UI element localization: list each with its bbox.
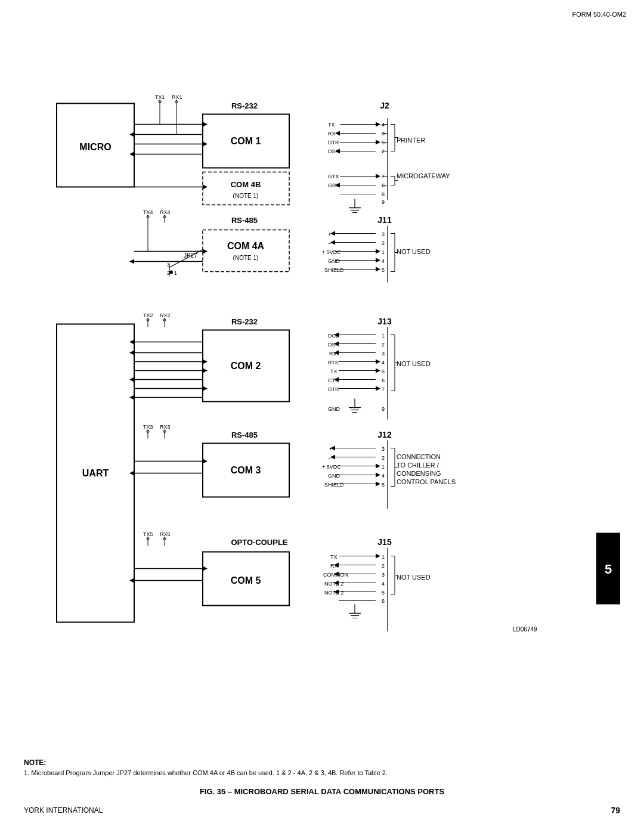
svg-marker-68 [203,185,208,190]
svg-point-118 [169,271,173,274]
svg-text:COM 1: COM 1 [231,136,261,146]
svg-rect-78 [203,230,289,272]
svg-marker-101 [376,267,380,272]
svg-text:RS-485: RS-485 [231,431,258,439]
svg-text:RS-485: RS-485 [231,216,258,225]
svg-text:RTS: RTS [328,360,339,366]
svg-text:CONDENSING: CONDENSING [397,470,441,477]
note-item-1: 1. Microboard Program Jumper JP27 determ… [24,769,620,776]
svg-marker-157 [376,386,380,391]
svg-text:5: 5 [382,482,385,488]
svg-text:--: -- [328,455,332,461]
svg-text:RS-232: RS-232 [231,101,258,110]
svg-text:3: 3 [382,446,385,452]
svg-text:SHIELD: SHIELD [324,482,344,488]
page-footer: YORK INTERNATIONAL 79 [24,806,620,815]
svg-text:OPTO-COUPLE: OPTO-COUPLE [231,538,287,547]
svg-text:1: 1 [382,333,385,339]
svg-marker-230 [203,459,208,464]
svg-text:3: 3 [382,572,385,578]
svg-text:2: 2 [382,455,385,461]
svg-text:COM 4A: COM 4A [227,241,265,251]
svg-text:5: 5 [382,267,385,273]
svg-text:3: 3 [382,351,385,357]
svg-marker-13 [376,122,380,127]
diagram-area: MICRO UART RS-232 COM 1 COM 4B (NOTE 1) … [24,36,620,678]
svg-text:TX1: TX1 [155,94,165,100]
svg-marker-177 [129,340,134,345]
svg-text:1: 1 [382,249,385,255]
svg-text:COM 2: COM 2 [231,361,261,371]
svg-text:JP27: JP27 [184,252,197,259]
svg-text:NOT USED: NOT USED [397,248,431,255]
svg-text:NOTE 2: NOTE 2 [324,581,344,587]
svg-text:TO CHILLER /: TO CHILLER / [397,462,439,469]
svg-marker-64 [203,142,208,147]
svg-text:TX5: TX5 [143,531,153,537]
svg-marker-21 [376,140,380,145]
note-title: NOTE: [24,758,620,767]
svg-marker-145 [376,360,380,364]
svg-text:9: 9 [382,406,385,412]
schematic-svg: MICRO UART RS-232 COM 1 COM 4B (NOTE 1) … [24,36,620,678]
svg-text:(NOTE 1): (NOTE 1) [233,193,259,199]
fig-caption: FIG. 35 – MICROBOARD SERIAL DATA COMMUNI… [24,787,620,796]
svg-text:TX: TX [330,368,338,374]
svg-marker-183 [203,368,208,373]
svg-text:1: 1 [382,554,385,560]
svg-marker-276 [203,566,208,571]
svg-text:J2: J2 [380,101,389,110]
svg-text:J11: J11 [377,215,392,225]
svg-text:RX4: RX4 [160,209,171,215]
svg-text:RX1: RX1 [172,94,182,100]
svg-marker-185 [129,377,134,382]
svg-text:TX2: TX2 [143,312,153,318]
svg-text:+ 5VDC: + 5VDC [322,464,341,470]
page-header: FORM 50.40-OM2 [572,11,626,18]
svg-text:9: 9 [382,199,385,205]
svg-text:MICROGATEWAY: MICROGATEWAY [397,172,450,179]
svg-text:(NOTE 1): (NOTE 1) [233,255,259,261]
svg-text:DTR: DTR [328,386,339,392]
svg-marker-125 [129,259,134,264]
svg-text:SHIELD: SHIELD [324,267,344,273]
svg-text:GND: GND [328,473,340,479]
svg-marker-189 [129,395,134,400]
company-name: YORK INTERNATIONAL [24,806,103,815]
svg-text:4: 4 [382,473,385,479]
svg-marker-62 [129,132,134,137]
svg-marker-123 [203,249,208,254]
svg-text:NOT USED: NOT USED [397,360,431,367]
svg-text:LD06749: LD06749 [513,626,537,633]
svg-text:6: 6 [382,377,385,383]
svg-text:2: 2 [382,563,385,569]
svg-text:5: 5 [382,590,385,596]
svg-text:MICRO: MICRO [79,142,111,152]
svg-text:8: 8 [382,191,385,197]
svg-text:1: 1 [382,464,385,470]
svg-text:4: 4 [382,258,385,264]
svg-marker-93 [376,249,380,254]
svg-text:RX5: RX5 [160,531,171,537]
note-section: NOTE: 1. Microboard Program Jumper JP27 … [24,758,620,776]
svg-text:TX: TX [330,554,338,560]
svg-text:--: -- [328,240,332,246]
svg-marker-232 [129,471,134,476]
svg-text:TX3: TX3 [143,424,153,430]
svg-text:4: 4 [382,581,385,587]
svg-marker-97 [376,258,380,263]
svg-text:5: 5 [605,562,612,577]
svg-text:+: + [328,231,331,237]
svg-marker-278 [129,578,134,583]
svg-text:COM 5: COM 5 [231,575,261,586]
svg-text:J12: J12 [377,430,392,439]
svg-text:2: 2 [382,342,385,348]
svg-text:PRINTER: PRINTER [397,137,425,144]
svg-text:GTX: GTX [328,174,339,179]
svg-marker-60 [203,122,208,127]
svg-marker-17 [335,131,340,136]
svg-text:TX4: TX4 [143,209,153,215]
svg-text:CONNECTION: CONNECTION [397,453,441,460]
page-number: 79 [611,806,620,815]
svg-text:DTR: DTR [328,140,339,145]
